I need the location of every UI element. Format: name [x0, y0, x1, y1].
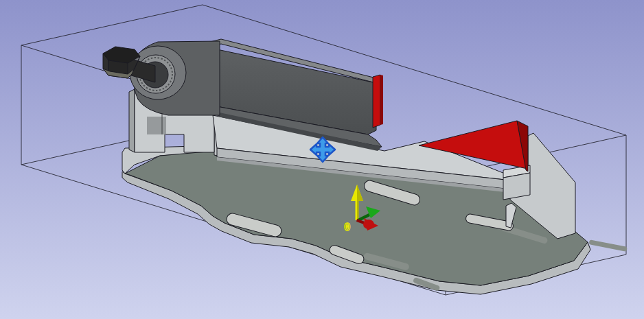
movable-jaw-plate-red-edge — [380, 75, 383, 125]
fixed-jaw-step-front — [503, 173, 530, 200]
z-axis-shaft-shade — [357, 200, 359, 220]
movable-jaw-plate-red-face — [373, 75, 380, 128]
bracket-left-face — [129, 89, 135, 152]
movable-jaw-plate — [373, 75, 383, 128]
z-axis-shaft — [356, 200, 358, 220]
origin-label: 0 — [344, 222, 351, 234]
bracket-notch — [147, 117, 166, 134]
cad-3d-viewport[interactable]: 0 — [0, 0, 644, 319]
cad-scene-svg: 0 — [0, 0, 644, 319]
